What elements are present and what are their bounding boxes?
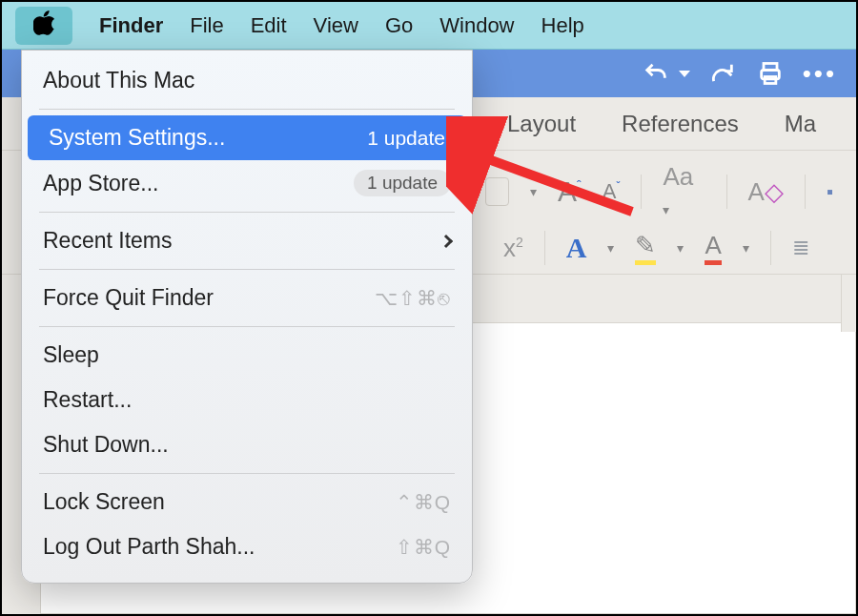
shrink-font-icon[interactable]: Aˇ	[603, 179, 621, 204]
menu-label: Shut Down...	[43, 432, 169, 458]
more-icon[interactable]: •••	[803, 59, 837, 89]
menu-label: Sleep	[43, 342, 99, 368]
undo-dropdown-icon[interactable]	[679, 71, 690, 77]
chevron-right-icon	[439, 234, 453, 247]
font-size-box[interactable]	[485, 177, 509, 206]
apple-menu-button[interactable]	[15, 7, 72, 45]
menu-item-app-store[interactable]: App Store... 1 update	[22, 160, 472, 206]
caret-down-icon[interactable]: ▾	[743, 240, 749, 256]
vertical-scrollbar[interactable]	[841, 275, 856, 332]
update-badge: 1 update	[367, 127, 445, 150]
superscript-icon[interactable]: x2	[503, 234, 523, 263]
bullets-partial-icon[interactable]: ▪	[827, 181, 833, 203]
text-effects-icon[interactable]: A	[566, 232, 587, 264]
menu-item-recent-items[interactable]: Recent Items	[22, 218, 472, 263]
keyboard-shortcut: ⌃⌘Q	[396, 491, 451, 514]
menubar: Finder File Edit View Go Window Help	[2, 2, 856, 50]
redo-icon[interactable]	[707, 58, 738, 89]
print-icon[interactable]	[755, 58, 786, 89]
menubar-item-help[interactable]: Help	[541, 13, 584, 38]
caret-down-icon[interactable]: ▾	[677, 240, 684, 256]
font-color-icon[interactable]: A	[705, 231, 721, 265]
menubar-item-file[interactable]: File	[190, 13, 223, 38]
keyboard-shortcut: ⌥⇧⌘⎋	[375, 287, 451, 310]
menu-item-system-settings[interactable]: System Settings... 1 update	[28, 115, 466, 160]
keyboard-shortcut: ⇧⌘Q	[396, 536, 451, 559]
menu-item-sleep[interactable]: Sleep	[22, 333, 472, 378]
apple-logo-icon	[33, 10, 54, 41]
caret-down-icon[interactable]: ▾	[530, 184, 537, 199]
menu-item-log-out[interactable]: Log Out Parth Shah... ⇧⌘Q	[22, 524, 472, 569]
menu-item-lock-screen[interactable]: Lock Screen ⌃⌘Q	[22, 480, 472, 524]
menu-label: About This Mac	[43, 68, 194, 93]
menubar-item-view[interactable]: View	[314, 13, 358, 38]
grow-font-icon[interactable]: Aˆ	[558, 175, 582, 208]
change-case-icon[interactable]: Aa ▾	[663, 162, 705, 221]
apple-menu-dropdown: About This Mac System Settings... 1 upda…	[21, 50, 473, 584]
menubar-item-go[interactable]: Go	[385, 13, 413, 38]
menu-item-about-this-mac[interactable]: About This Mac	[22, 58, 472, 103]
menu-label: Force Quit Finder	[43, 285, 214, 311]
menubar-app-name[interactable]: Finder	[99, 13, 163, 38]
menu-label: App Store...	[43, 171, 158, 196]
menubar-item-edit[interactable]: Edit	[251, 13, 287, 38]
tab-mailings[interactable]: Ma	[785, 111, 816, 137]
menu-label: Lock Screen	[43, 489, 165, 515]
paragraph-partial-icon[interactable]: ≣	[792, 236, 809, 260]
menu-label: Restart...	[43, 387, 132, 413]
menu-label: Recent Items	[43, 228, 173, 254]
undo-icon[interactable]	[641, 58, 671, 89]
menu-label: System Settings...	[49, 125, 225, 151]
menu-item-force-quit[interactable]: Force Quit Finder ⌥⇧⌘⎋	[22, 276, 472, 320]
menu-item-restart[interactable]: Restart...	[22, 378, 472, 422]
menubar-item-window[interactable]: Window	[439, 13, 514, 38]
menu-item-shut-down[interactable]: Shut Down...	[22, 422, 472, 467]
update-badge: 1 update	[354, 170, 451, 196]
tab-references[interactable]: References	[622, 111, 739, 137]
clear-formatting-icon[interactable]: A◇	[748, 177, 784, 207]
tab-layout[interactable]: Layout	[507, 111, 576, 137]
highlight-icon[interactable]: ✎	[635, 231, 656, 265]
menu-label: Log Out Parth Shah...	[43, 534, 255, 560]
caret-down-icon[interactable]: ▾	[607, 240, 614, 256]
